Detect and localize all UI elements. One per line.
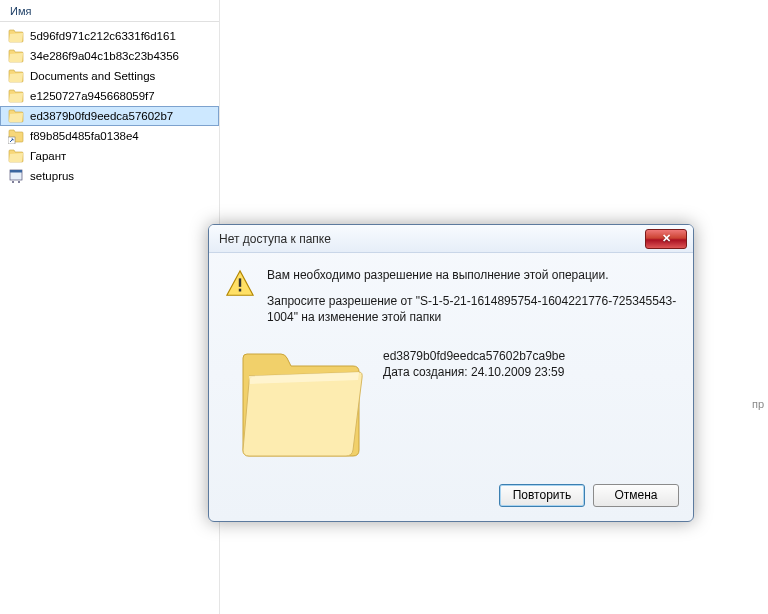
close-button[interactable]: ✕ xyxy=(645,229,687,249)
warning-icon xyxy=(225,269,255,299)
file-row[interactable]: f89b85d485fa0138e4 xyxy=(0,126,219,146)
file-name-label: Гарант xyxy=(30,150,66,162)
file-row[interactable]: Documents and Settings xyxy=(0,66,219,86)
file-list: 5d96fd971c212c6331f6d16134e286f9a04c1b83… xyxy=(0,22,219,190)
folder-icon xyxy=(8,148,24,164)
dialog-titlebar[interactable]: Нет доступа к папке ✕ xyxy=(209,225,693,253)
file-row[interactable]: setuprus xyxy=(0,166,219,186)
close-icon: ✕ xyxy=(662,232,671,245)
dialog-message: Вам необходимо разрешение на выполнение … xyxy=(267,267,677,336)
file-name-label: Documents and Settings xyxy=(30,70,155,82)
file-list-panel: Имя 5d96fd971c212c6331f6d16134e286f9a04c… xyxy=(0,0,220,614)
file-row[interactable]: Гарант xyxy=(0,146,219,166)
folder-shortcut-icon xyxy=(8,128,24,144)
folder-icon xyxy=(8,108,24,124)
file-name-label: setuprus xyxy=(30,170,74,182)
file-name-label: 34e286f9a04c1b83c23b4356 xyxy=(30,50,179,62)
file-row[interactable]: 34e286f9a04c1b83c23b4356 xyxy=(0,46,219,66)
dialog-button-row: Повторить Отмена xyxy=(209,474,693,521)
large-folder-icon xyxy=(235,346,365,464)
message-line-1: Вам необходимо разрешение на выполнение … xyxy=(267,267,677,283)
svg-rect-7 xyxy=(239,289,241,292)
folder-name-text: ed3879b0fd9eedca57602b7ca9be xyxy=(383,348,565,365)
folder-icon xyxy=(8,48,24,64)
dialog-title: Нет доступа к папке xyxy=(219,232,645,246)
file-name-label: 5d96fd971c212c6331f6d161 xyxy=(30,30,176,42)
file-row[interactable]: ed3879b0fd9eedca57602b7 xyxy=(0,106,219,126)
file-row[interactable]: 5d96fd971c212c6331f6d161 xyxy=(0,26,219,46)
folder-info: ed3879b0fd9eedca57602b7ca9be Дата создан… xyxy=(383,346,565,464)
folder-icon xyxy=(8,28,24,44)
access-denied-dialog: Нет доступа к папке ✕ Вам необходимо раз… xyxy=(208,224,694,522)
svg-rect-2 xyxy=(10,170,22,173)
file-row[interactable]: e1250727a945668059f7 xyxy=(0,86,219,106)
dialog-body: Вам необходимо разрешение на выполнение … xyxy=(209,253,693,474)
file-name-label: e1250727a945668059f7 xyxy=(30,90,155,102)
truncated-text: пр xyxy=(752,398,764,410)
folder-icon xyxy=(8,68,24,84)
file-name-label: ed3879b0fd9eedca57602b7 xyxy=(30,110,173,122)
application-icon xyxy=(8,168,24,184)
column-header-label: Имя xyxy=(10,5,31,17)
svg-point-3 xyxy=(12,181,14,183)
folder-icon xyxy=(8,88,24,104)
svg-rect-6 xyxy=(239,278,241,286)
folder-created-text: Дата создания: 24.10.2009 23:59 xyxy=(383,364,565,381)
svg-point-4 xyxy=(18,181,20,183)
file-name-label: f89b85d485fa0138e4 xyxy=(30,130,139,142)
column-header-name[interactable]: Имя xyxy=(0,0,219,22)
cancel-button[interactable]: Отмена xyxy=(593,484,679,507)
message-line-2: Запросите разрешение от "S-1-5-21-161489… xyxy=(267,293,677,325)
retry-button[interactable]: Повторить xyxy=(499,484,585,507)
